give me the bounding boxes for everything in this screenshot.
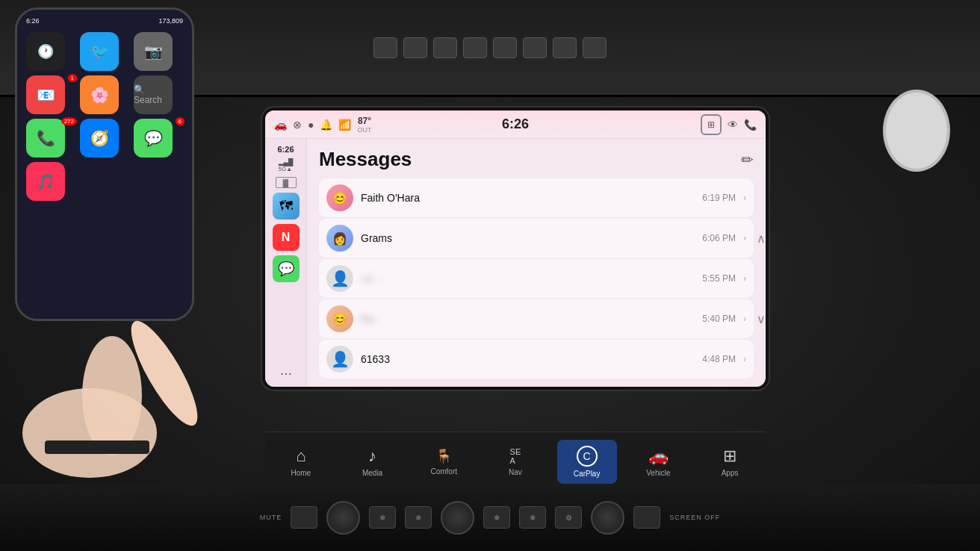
message-item-faith[interactable]: 😊 Faith O'Hara 6:19 PM › — [319, 178, 754, 217]
avatar-faith: 😊 — [326, 184, 353, 211]
temp-knob[interactable] — [441, 501, 474, 535]
chevron-fa: › — [743, 314, 746, 324]
message-name-unknown: +1 ··· — [361, 273, 695, 284]
phone-screen: 6:26 173,809 🕐 🐦 📷 📧 1 🌸 🔍 Search — [17, 10, 192, 319]
phone-app-twitter[interactable]: 🐦 — [80, 32, 129, 71]
phone-app-search[interactable]: 🔍 Search — [134, 75, 183, 114]
sidebar-app-maps[interactable]: 🗺 — [273, 193, 300, 220]
message-time-faith: 6:19 PM — [702, 193, 736, 203]
fan-btn-2[interactable]: ❄ — [405, 506, 432, 529]
message-list: 😊 Faith O'Hara 6:19 PM › 👩 Grams 6:06 PM… — [319, 178, 754, 379]
nav-item-carplay[interactable]: C CarPlay — [557, 440, 617, 484]
status-icon-circle: ⊗ — [293, 119, 302, 131]
sidebar-app-messages[interactable]: 💬 — [273, 255, 300, 282]
message-time-61633: 4:48 PM — [702, 354, 736, 364]
carplay-content-area: 6:26 ▂▄█ 5G▲ ▓ 🗺 N 💬 ⋯ Messages ✏ — [265, 139, 766, 387]
comfort-icon: 🪑 — [435, 448, 452, 464]
dash-btn-1 — [373, 37, 397, 58]
mute-label: MUTE — [260, 514, 282, 521]
phone-app-photos[interactable]: 🌸 — [80, 75, 129, 114]
message-name-fa: Fa··· — [361, 313, 695, 325]
nav-label-comfort: Comfort — [430, 467, 457, 476]
sidebar-more-button[interactable]: ⋯ — [280, 367, 292, 381]
nav-item-home[interactable]: ⌂ Home — [271, 441, 331, 483]
right-knob[interactable] — [591, 501, 624, 535]
dash-btn-8 — [583, 37, 607, 58]
message-time-grams: 6:06 PM — [702, 233, 736, 243]
status-temp-label: OUT — [357, 126, 371, 134]
wireless-charger — [883, 90, 950, 172]
nav-label-media: Media — [362, 469, 382, 477]
status-icon-car: 🚗 — [274, 119, 287, 131]
chevron-unknown: › — [743, 273, 746, 284]
status-icons-left: 🚗 ⊗ ● 🔔 📶 87° OUT — [274, 116, 693, 134]
messages-badge: 6 — [176, 117, 184, 125]
phone-app-messages[interactable]: 💬 6 — [134, 119, 183, 158]
scroll-down-indicator: ∨ — [755, 311, 766, 328]
phone-status-bar: 6:26 173,809 — [23, 16, 186, 26]
volume-knob[interactable] — [326, 501, 360, 535]
messages-title: Messages — [319, 148, 412, 171]
home-icon: ⌂ — [296, 446, 306, 466]
status-icon-dot: ● — [308, 119, 314, 131]
nav-item-apps[interactable]: ⊞ Apps — [700, 441, 760, 483]
screen-off-button[interactable] — [633, 506, 660, 529]
status-icons-right: ⊞ 👁 📞 — [701, 114, 757, 135]
carplay-sidebar: 6:26 ▂▄█ 5G▲ ▓ 🗺 N 💬 ⋯ — [265, 139, 307, 387]
carplay-logo-icon: C — [577, 446, 598, 467]
phone-app-mail[interactable]: 📧 1 — [26, 75, 75, 114]
fan-btn-3[interactable]: ❄ — [483, 506, 510, 529]
phone-app-grid: 🕐 🐦 📷 📧 1 🌸 🔍 Search 📞 272 — [23, 29, 186, 204]
fan-btn-1[interactable]: ❄ — [369, 506, 396, 529]
iphone-device: 6:26 173,809 🕐 🐦 📷 📧 1 🌸 🔍 Search — [15, 7, 194, 321]
phone-app-camera[interactable]: 📷 — [134, 32, 183, 71]
chevron-faith: › — [743, 193, 746, 203]
screen-off-label: SCREEN OFF — [669, 514, 720, 521]
fan-center[interactable]: ❄ — [519, 506, 546, 529]
carplay-status-bar: 🚗 ⊗ ● 🔔 📶 87° OUT 6:26 ⊞ 👁 📞 — [265, 110, 766, 139]
apps-icon: ⊞ — [723, 446, 736, 466]
phone-app-safari[interactable]: 🧭 — [80, 119, 129, 158]
phone-time: 6:26 — [26, 17, 40, 25]
sidebar-time: 6:26 — [277, 145, 294, 154]
nav-label-home: Home — [291, 469, 311, 477]
message-name-61633: 61633 — [361, 353, 695, 365]
phone-app-clock[interactable]: 🕐 — [26, 32, 75, 71]
status-icon-eye: 👁 — [728, 119, 738, 131]
nav-item-media[interactable]: ♪ Media — [343, 441, 403, 483]
message-item-fa[interactable]: 😊 Fa··· 5:40 PM › ∨ — [319, 299, 754, 338]
nav-label-carplay: CarPlay — [574, 470, 601, 478]
nav-item-nav[interactable]: SEA Nav — [486, 441, 545, 482]
scroll-up-indicator: ∧ — [755, 230, 766, 247]
phone-app-music[interactable]: 🎵 — [26, 162, 75, 201]
phone-signal: 173,809 — [158, 17, 183, 25]
chevron-61633: › — [743, 354, 746, 364]
message-item-unknown[interactable]: 👤 +1 ··· 5:55 PM › — [319, 259, 754, 298]
phone-badge: 272 — [61, 117, 77, 125]
gear-btn[interactable]: ⚙ — [555, 506, 582, 529]
sidebar-app-news[interactable]: N — [273, 224, 300, 251]
status-icon-signal: 📶 — [338, 119, 351, 131]
message-item-61633[interactable]: 👤 61633 4:48 PM › — [319, 340, 754, 379]
nav-item-vehicle[interactable]: 🚗 Vehicle — [628, 441, 688, 483]
compose-button[interactable]: ✏ — [741, 151, 754, 169]
messages-header: Messages ✏ — [319, 148, 754, 171]
dash-btn-7 — [553, 37, 577, 58]
message-time-fa: 5:40 PM — [702, 314, 736, 324]
dash-btn-6 — [523, 37, 547, 58]
phone-app-phone[interactable]: 📞 272 — [26, 119, 75, 158]
vehicle-icon: 🚗 — [648, 446, 669, 466]
dash-btn-4 — [463, 37, 487, 58]
nav-label-apps: Apps — [722, 469, 739, 477]
media-icon: ♪ — [368, 446, 376, 466]
message-name-grams: Grams — [361, 232, 695, 244]
status-icon-bell: 🔔 — [320, 119, 332, 131]
message-item-grams[interactable]: 👩 Grams 6:06 PM › ∧ — [319, 219, 754, 258]
grid-button[interactable]: ⊞ — [701, 114, 722, 135]
chevron-grams: › — [743, 233, 746, 243]
nav-item-comfort[interactable]: 🪑 Comfort — [414, 442, 474, 482]
nav-label-vehicle: Vehicle — [646, 469, 670, 477]
mute-button[interactable] — [291, 506, 317, 529]
dash-btn-5 — [493, 37, 517, 58]
messages-area: Messages ✏ 😊 Faith O'Hara 6:19 PM › 👩 Gr… — [307, 139, 766, 387]
